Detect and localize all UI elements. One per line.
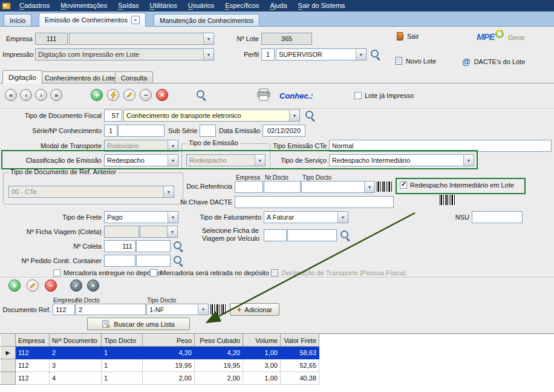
cell-peso-cubado[interactable]: 2,00 xyxy=(195,372,243,385)
dropdown-arrow-icon[interactable] xyxy=(168,140,178,151)
tab-emissao-de-conhecimentos[interactable]: Emissão de Conhecimentos × xyxy=(39,13,146,27)
grid-row[interactable]: 112 4 1 2,00 2,00 1,00 40,38 xyxy=(1,372,319,385)
ficha-veiculo-field-1[interactable] xyxy=(264,229,287,241)
mercadoria-retirada-checkbox[interactable]: Mercadoria será retirada no depósito xyxy=(150,269,269,276)
cell-peso[interactable]: 4,20 xyxy=(143,347,195,359)
numero-conhecimento-field[interactable] xyxy=(118,125,165,137)
ficha-viagem-field[interactable] xyxy=(104,226,139,238)
close-tab-icon[interactable]: × xyxy=(131,16,140,24)
data-emissao-field[interactable]: 02/12/2020 xyxy=(262,125,305,137)
pedido-field-2[interactable] xyxy=(136,255,171,267)
cell-tipo-docto[interactable]: 1 xyxy=(102,372,143,385)
dropdown-arrow-icon[interactable] xyxy=(356,49,366,60)
cell-peso-cubado[interactable]: 4,20 xyxy=(195,347,243,359)
ref-anterior-combo[interactable]: 00 - CTe xyxy=(8,186,174,198)
tipo-faturamento-combo[interactable]: A Faturar xyxy=(264,211,348,223)
docref-delete-button[interactable]: − xyxy=(45,279,57,292)
docref-empresa-field[interactable] xyxy=(235,181,263,193)
pedido-field-1[interactable] xyxy=(104,255,135,267)
buscar-de-uma-lista-button[interactable]: Buscar de uma Lista xyxy=(87,318,190,330)
documento-ref-empresa-field[interactable]: 112 xyxy=(53,304,75,315)
cell-nr-documento[interactable]: 4 xyxy=(50,372,102,385)
docref-edit-button[interactable] xyxy=(27,279,39,292)
cell-nr-documento[interactable]: 2 xyxy=(50,347,102,359)
tipo-documento-search-icon[interactable] xyxy=(305,110,316,121)
cancel-button[interactable]: × xyxy=(156,89,168,101)
dropdown-arrow-icon[interactable] xyxy=(198,304,208,315)
pedido-search-icon[interactable] xyxy=(173,255,184,266)
empresa-combo[interactable] xyxy=(69,33,214,45)
cell-volume[interactable]: 1,00 xyxy=(243,372,281,385)
redespacho-intermediario-lote-checkbox[interactable]: Redespacho Intermediário em Lote xyxy=(400,181,514,189)
cell-peso[interactable]: 19,95 xyxy=(143,359,195,372)
nsu-field[interactable] xyxy=(472,211,523,223)
modal-transporte-combo[interactable]: Rodoviário xyxy=(104,140,178,152)
insert-button[interactable]: + xyxy=(91,89,103,101)
docref-insert-button[interactable]: + xyxy=(8,279,21,292)
menu-item-saidas[interactable]: Saídas xyxy=(112,1,144,11)
nav-next-button[interactable]: › xyxy=(35,89,47,101)
dropdown-arrow-icon[interactable] xyxy=(203,33,213,44)
cell-empresa[interactable]: 112 xyxy=(16,359,50,372)
post-button[interactable] xyxy=(107,89,119,101)
subtab-digitacao[interactable]: Digitação xyxy=(2,70,42,83)
cell-peso-cubado[interactable]: 19,95 xyxy=(195,359,243,372)
gerar-button[interactable]: MPE Gerar xyxy=(477,29,525,46)
menu-item-usuarios[interactable]: Usuários xyxy=(183,1,220,11)
tipo-documento-combo[interactable]: Conhecimento de transporte eletronico xyxy=(123,109,300,122)
ficha-veiculo-field-2[interactable] xyxy=(287,229,337,241)
dropdown-arrow-icon[interactable] xyxy=(289,110,299,121)
dactes-do-lote-button[interactable]: @ DACTE's do Lote xyxy=(462,57,525,67)
impressao-combo[interactable]: Digitação com Impressão em Lote xyxy=(35,48,214,60)
nav-first-button[interactable]: « xyxy=(5,89,17,101)
cell-tipo-docto[interactable]: 1 xyxy=(102,359,143,372)
delete-button[interactable]: − xyxy=(140,89,152,101)
docref-cancel-button[interactable]: × xyxy=(87,279,99,292)
subtab-conhecimentos-do-lote[interactable]: Conhecimentos do Lote xyxy=(39,71,121,83)
tipo-emissao-cte-field[interactable]: Normal xyxy=(329,140,552,152)
dropdown-arrow-icon[interactable] xyxy=(168,212,178,223)
classificacao-emissao-combo[interactable]: Redespacho xyxy=(104,154,178,166)
dropdown-arrow-icon[interactable] xyxy=(168,155,178,166)
cell-nr-documento[interactable]: 3 xyxy=(50,359,102,372)
menu-item-movimentacoes[interactable]: Movimentações xyxy=(55,1,112,11)
tab-inicio[interactable]: Início xyxy=(4,14,31,26)
cell-volume[interactable]: 3,00 xyxy=(243,359,281,372)
novo-lote-button[interactable]: Novo Lote xyxy=(396,57,436,65)
menu-item-especificos[interactable]: Específicos xyxy=(220,1,264,11)
grid-row-selected[interactable]: ▶ 112 2 1 4,20 4,20 1,00 58,63 xyxy=(1,347,319,359)
subtab-consulta[interactable]: Consulta xyxy=(115,71,153,83)
lote-ja-impresso-checkbox[interactable]: Lote já Impresso xyxy=(354,92,414,99)
empresa-field[interactable]: 111 xyxy=(35,33,68,45)
ficha-veiculo-search-icon[interactable] xyxy=(340,230,351,241)
perfil-number-field[interactable]: 1 xyxy=(261,48,275,60)
docref-nrdocto-field[interactable] xyxy=(264,181,301,193)
dropdown-arrow-icon[interactable] xyxy=(167,226,177,237)
sub-serie-field[interactable] xyxy=(200,125,216,137)
coleta-search-icon[interactable] xyxy=(173,241,184,252)
adicionar-button[interactable]: + Adicionar xyxy=(230,303,279,316)
tipo-documento-code-field[interactable]: 57 xyxy=(104,109,122,122)
lote-field[interactable]: 365 xyxy=(261,33,312,45)
nav-last-button[interactable]: » xyxy=(50,89,62,101)
tab-manutencao-de-conhecimentos[interactable]: Manutenção de Conhecimentos xyxy=(154,14,259,26)
dropdown-arrow-icon[interactable] xyxy=(255,155,265,166)
perfil-combo[interactable]: SUPERVISOR xyxy=(276,48,367,60)
docref-tipodocto-combo[interactable] xyxy=(301,181,375,193)
cell-valor-frete[interactable]: 52,65 xyxy=(281,359,319,372)
perfil-search-icon[interactable] xyxy=(370,49,381,60)
dropdown-arrow-icon[interactable] xyxy=(463,155,474,166)
ficha-viagem-combo[interactable] xyxy=(140,226,178,238)
mercadoria-entregue-checkbox[interactable]: Mercadoria entregue no depósito xyxy=(53,269,161,276)
tipo-frete-combo[interactable]: Pago xyxy=(104,211,178,223)
edit-button[interactable] xyxy=(123,89,135,101)
menu-item-sair-do-sistema[interactable]: Sair do Sistema xyxy=(293,1,351,11)
tipo-servico-combo[interactable]: Redespacho Intermediário xyxy=(329,154,474,166)
dropdown-arrow-icon[interactable] xyxy=(163,186,174,197)
nav-prev-button[interactable]: ‹ xyxy=(20,89,32,101)
documento-ref-nrdocto-field[interactable]: 2 xyxy=(76,304,146,315)
cell-volume[interactable]: 1,00 xyxy=(243,347,281,359)
sair-button[interactable]: Sair xyxy=(397,32,419,41)
cell-empresa[interactable]: 112 xyxy=(16,347,50,359)
cell-empresa[interactable]: 112 xyxy=(16,372,50,385)
